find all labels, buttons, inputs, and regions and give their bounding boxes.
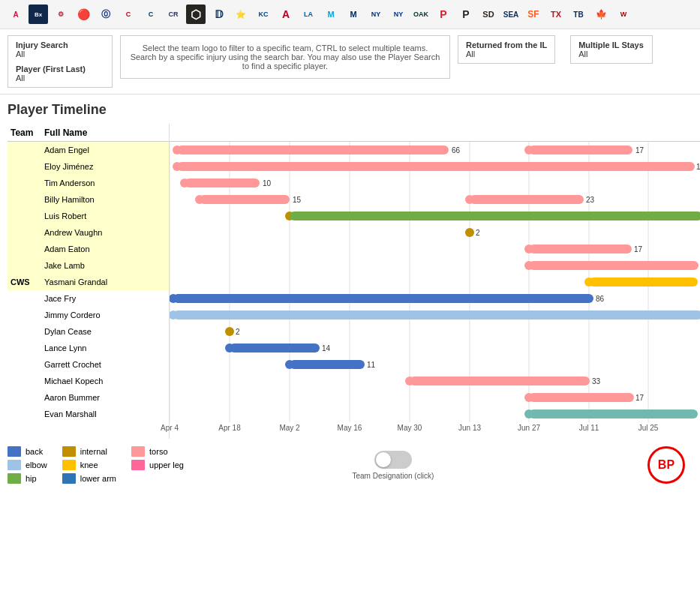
returned-label: Returned from the IL	[466, 40, 547, 50]
logo-cle[interactable]: C	[141, 4, 161, 24]
chart-header-spacer	[170, 124, 700, 142]
legend-back: back	[8, 446, 47, 457]
bar-garrett	[290, 360, 365, 369]
filter-right: Returned from the IL All Multiple IL Sta…	[458, 35, 653, 64]
logo-cws[interactable]: ⬡	[186, 4, 206, 24]
logo-tb[interactable]: TB	[569, 4, 588, 24]
legend-elbow: elbow	[8, 460, 47, 470]
chart-area: Team Full Name Adam Engel Eloy Jiménez T…	[8, 124, 692, 439]
internal-label: internal	[80, 447, 107, 456]
bar-yasmani	[589, 278, 698, 286]
label-andrew: 2	[476, 229, 480, 237]
injury-search-label: Injury Search	[16, 40, 104, 50]
bottom-area: back elbow hip internal knee lower	[0, 446, 700, 491]
legend-knee: knee	[62, 460, 116, 470]
player-row-tim: Tim Anderson	[8, 175, 169, 191]
logo-min[interactable]: M	[344, 4, 363, 24]
logo-wsh[interactable]: W	[614, 4, 633, 24]
team-designation-toggle[interactable]	[374, 451, 412, 469]
label-billy-1: 15	[293, 196, 302, 204]
logo-phi[interactable]: P	[434, 4, 453, 24]
player-row-eloy: Eloy Jiménez	[8, 158, 169, 175]
logo-pit[interactable]: P	[456, 4, 476, 24]
returned-filter[interactable]: Returned from the IL All	[458, 35, 555, 64]
hip-label: hip	[26, 474, 37, 483]
logo-tex[interactable]: TX	[546, 4, 566, 24]
label-eaton: 17	[634, 245, 643, 254]
player-row-adam-eaton: Adam Eaton	[8, 241, 169, 257]
logo-sf[interactable]: SF	[524, 4, 543, 24]
returned-value: All	[466, 50, 547, 58]
player-row-dylan: Dylan Cease	[8, 323, 169, 340]
logo-col[interactable]: CR	[164, 4, 183, 24]
instructions-text: Select the team logo to filter to a spec…	[120, 35, 450, 79]
player-row-andrew: Andrew Vaughn	[8, 224, 169, 241]
bp-logo[interactable]: BP	[647, 446, 685, 484]
logo-cin[interactable]: C	[119, 4, 138, 24]
elbow-label: elbow	[26, 460, 47, 470]
injury-search-value: All	[16, 50, 104, 58]
knee-swatch	[62, 460, 76, 470]
logo-oak[interactable]: OAK	[411, 4, 431, 24]
axis-label-may16: May 16	[338, 424, 362, 432]
multiple-label: Multiple IL Stays	[578, 40, 644, 50]
player-row-luis: Luis Robert	[8, 208, 169, 224]
player-row-lance: Lance Lynn	[8, 340, 169, 356]
back-label: back	[26, 447, 43, 456]
timeline-title: Player Timeline	[8, 102, 692, 118]
legend-hip: hip	[8, 473, 47, 484]
legend-col-1: back elbow hip	[8, 446, 47, 484]
label-dylan: 2	[236, 328, 240, 336]
bar-engel-2	[529, 146, 632, 154]
bar-lance	[230, 344, 320, 352]
logo-stl[interactable]: ⚙	[51, 4, 71, 24]
axis-label-jun13: Jun 13	[458, 424, 481, 432]
toggle-knob	[376, 452, 391, 467]
label-lance: 14	[322, 344, 331, 352]
axis-label-apr4: Apr 4	[161, 424, 179, 432]
logo-atl[interactable]: A	[6, 4, 26, 24]
logo-nyy[interactable]: NY	[389, 4, 408, 24]
multiple-filter[interactable]: Multiple IL Stays All	[570, 35, 653, 64]
logos-bar[interactable]: A Bx ⚙ 🔴 ⓪ C C CR ⬡ 𝔻 ⭐ KC A LA M M NY N…	[0, 0, 700, 29]
logo-sd[interactable]: SD	[479, 4, 498, 24]
axis-label-apr18: Apr 18	[218, 424, 240, 432]
logo-kc[interactable]: KC	[254, 4, 273, 24]
label-michael: 33	[592, 377, 601, 386]
logo-sea[interactable]: SEA	[501, 4, 521, 24]
internal-swatch	[62, 446, 76, 457]
logo-laa[interactable]: A	[276, 4, 296, 24]
logo-hou[interactable]: ⭐	[231, 4, 251, 24]
player-label: Player (First Last)	[16, 64, 104, 74]
player-row-jace: Jace Fry	[8, 290, 169, 307]
logo-det[interactable]: 𝔻	[209, 4, 228, 24]
logo-mil[interactable]: Bx	[29, 4, 48, 24]
team-designation-toggle-area: Team Designation (click)	[352, 451, 479, 480]
logo-tor[interactable]: 🍁	[591, 4, 611, 24]
logo-bos[interactable]: 🔴	[74, 4, 93, 24]
label-garrett: 11	[367, 361, 376, 369]
legend-internal: internal	[62, 446, 116, 457]
injury-search-box[interactable]: Injury Search All Player (First Last) Al…	[8, 35, 113, 88]
logo-nym[interactable]: NY	[366, 4, 386, 24]
label-billy-2: 23	[586, 196, 595, 204]
player-row-evan: Evan Marshall	[8, 406, 169, 422]
col-name-header: Full Name	[41, 126, 169, 140]
bar-tim	[185, 178, 260, 188]
player-row-jake: Jake Lamb	[8, 257, 169, 274]
torso-swatch	[131, 446, 145, 457]
logo-lad[interactable]: LA	[299, 4, 318, 24]
label-eloy: 116	[696, 163, 700, 171]
col-team-header: Team	[8, 126, 41, 140]
dot-dylan	[225, 327, 234, 336]
bar-michael	[410, 376, 590, 386]
bar-billy-1	[200, 195, 290, 204]
bar-eloy	[177, 162, 695, 171]
elbow-swatch	[8, 460, 21, 470]
bar-eaton	[529, 244, 632, 254]
player-value: All	[16, 74, 104, 82]
logo-mia[interactable]: M	[321, 4, 341, 24]
logo-chc[interactable]: ⓪	[96, 4, 116, 24]
back-swatch	[8, 446, 21, 457]
label-tim: 10	[263, 179, 272, 188]
